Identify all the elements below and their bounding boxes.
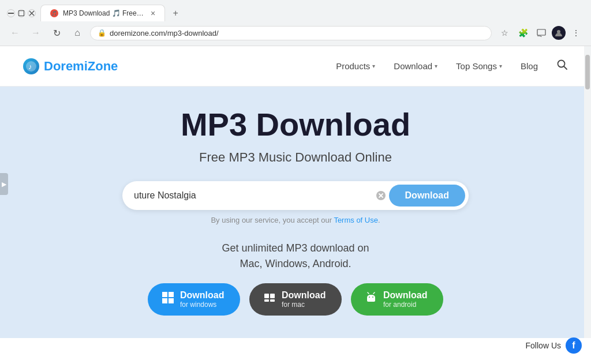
nav-blog[interactable]: Blog bbox=[521, 61, 538, 71]
search-box: Download bbox=[122, 181, 469, 210]
android-icon bbox=[365, 291, 377, 307]
extensions-button[interactable]: 🧩 bbox=[515, 25, 531, 41]
scrollbar[interactable] bbox=[584, 46, 591, 338]
android-btn-text: Download for android bbox=[383, 290, 427, 309]
terms-link[interactable]: Terms of Use bbox=[334, 216, 378, 224]
svg-point-21 bbox=[369, 297, 370, 298]
hero-subtitle: Free MP3 Music Download Online bbox=[199, 150, 392, 165]
close-button[interactable] bbox=[28, 9, 36, 17]
scrollbar-thumb[interactable] bbox=[585, 55, 590, 89]
tab-title: MP3 Download 🎵 Free MP3 M... bbox=[63, 9, 144, 17]
home-button[interactable]: ⌂ bbox=[69, 25, 85, 41]
top-songs-chevron: ▾ bbox=[499, 63, 502, 69]
svg-rect-18 bbox=[270, 294, 275, 298]
browser-addressbar: ← → ↻ ⌂ 🔒 doremizone.com/mp3-download/ ☆… bbox=[0, 21, 591, 46]
nav-top-songs[interactable]: Top Songs ▾ bbox=[456, 61, 502, 71]
svg-line-9 bbox=[564, 66, 567, 69]
website: ♪ DoremiZone Products ▾ Download ▾ Top S… bbox=[0, 46, 591, 338]
svg-rect-4 bbox=[537, 29, 545, 35]
address-bar[interactable]: 🔒 doremizone.com/mp3-download/ bbox=[90, 26, 492, 40]
nav-products[interactable]: Products ▾ bbox=[336, 61, 375, 71]
maximize-button[interactable] bbox=[17, 9, 25, 17]
new-tab-button[interactable]: + bbox=[167, 5, 184, 21]
download-android-button[interactable]: Download for android bbox=[351, 283, 443, 316]
profile-avatar[interactable] bbox=[552, 26, 566, 40]
svg-rect-19 bbox=[264, 299, 269, 302]
mac-icon bbox=[263, 291, 276, 307]
logo-text: DoremiZone bbox=[44, 59, 118, 74]
svg-point-22 bbox=[372, 297, 373, 298]
browser-chrome: 🎵 MP3 Download 🎵 Free MP3 M... × + ← → ↻… bbox=[0, 0, 591, 46]
forward-button[interactable]: → bbox=[28, 25, 44, 41]
svg-rect-20 bbox=[270, 299, 275, 302]
follow-us-label: Follow Us bbox=[526, 341, 561, 350]
active-tab[interactable]: 🎵 MP3 Download 🎵 Free MP3 M... × bbox=[40, 5, 165, 21]
svg-line-23 bbox=[368, 292, 369, 294]
windows-btn-text: Download for windows bbox=[180, 290, 224, 309]
site-nav: ♪ DoremiZone Products ▾ Download ▾ Top S… bbox=[0, 46, 591, 87]
svg-rect-16 bbox=[169, 298, 174, 303]
logo-icon: ♪ bbox=[23, 58, 39, 74]
follow-us: Follow Us f bbox=[526, 337, 582, 354]
search-clear-button[interactable] bbox=[373, 187, 389, 204]
lock-icon: 🔒 bbox=[98, 29, 106, 37]
browser-titlebar: 🎵 MP3 Download 🎵 Free MP3 M... × + bbox=[0, 0, 591, 21]
download-buttons: Download for windows Download for mac bbox=[148, 283, 443, 316]
get-unlimited-text: Get unlimited MP3 download onMac, Window… bbox=[222, 241, 369, 272]
svg-text:♪: ♪ bbox=[28, 62, 32, 71]
menu-button[interactable]: ⋮ bbox=[568, 25, 584, 41]
back-button[interactable]: ← bbox=[7, 25, 23, 41]
minimize-button[interactable] bbox=[7, 9, 15, 17]
page-content: ♪ DoremiZone Products ▾ Download ▾ Top S… bbox=[0, 46, 591, 338]
browser-tabs: 🎵 MP3 Download 🎵 Free MP3 M... × + bbox=[40, 5, 184, 21]
svg-rect-0 bbox=[8, 13, 14, 14]
hero-title: MP3 Download bbox=[181, 106, 410, 143]
download-mac-button[interactable]: Download for mac bbox=[249, 283, 342, 316]
search-input[interactable] bbox=[134, 190, 373, 201]
download-windows-button[interactable]: Download for windows bbox=[148, 283, 240, 316]
svg-rect-17 bbox=[264, 294, 269, 298]
toolbar-icons: ☆ 🧩 ⋮ bbox=[496, 25, 584, 41]
svg-line-24 bbox=[373, 292, 375, 294]
nav-download[interactable]: Download ▾ bbox=[394, 61, 437, 71]
svg-rect-13 bbox=[162, 292, 167, 297]
bookmark-button[interactable]: ☆ bbox=[496, 25, 513, 41]
search-download-button[interactable]: Download bbox=[389, 185, 465, 207]
hero-section: MP3 Download Free MP3 Music Download Onl… bbox=[0, 87, 591, 338]
terms-text: By using our service, you accept our Ter… bbox=[211, 216, 380, 224]
cast-button[interactable] bbox=[533, 25, 549, 41]
download-chevron: ▾ bbox=[435, 63, 437, 69]
sidebar-arrow[interactable]: ▶ bbox=[0, 173, 8, 195]
site-logo: ♪ DoremiZone bbox=[23, 58, 118, 74]
mac-btn-text: Download for mac bbox=[282, 290, 326, 309]
browser-body: ▶ ♪ DoremiZone Products ▾ Download bbox=[0, 46, 591, 338]
url-text: doremizone.com/mp3-download/ bbox=[110, 29, 484, 37]
reload-button[interactable]: ↻ bbox=[48, 25, 65, 41]
facebook-icon[interactable]: f bbox=[566, 337, 582, 354]
svg-rect-1 bbox=[19, 10, 24, 16]
windows-icon bbox=[162, 291, 174, 307]
tab-favicon: 🎵 bbox=[50, 9, 58, 17]
site-nav-links: Products ▾ Download ▾ Top Songs ▾ Blog bbox=[336, 59, 568, 73]
svg-rect-14 bbox=[169, 292, 174, 297]
products-chevron: ▾ bbox=[372, 63, 375, 69]
search-button[interactable] bbox=[556, 59, 568, 73]
window-controls bbox=[7, 9, 36, 17]
tab-close-button[interactable]: × bbox=[151, 9, 155, 18]
svg-rect-15 bbox=[162, 298, 167, 303]
